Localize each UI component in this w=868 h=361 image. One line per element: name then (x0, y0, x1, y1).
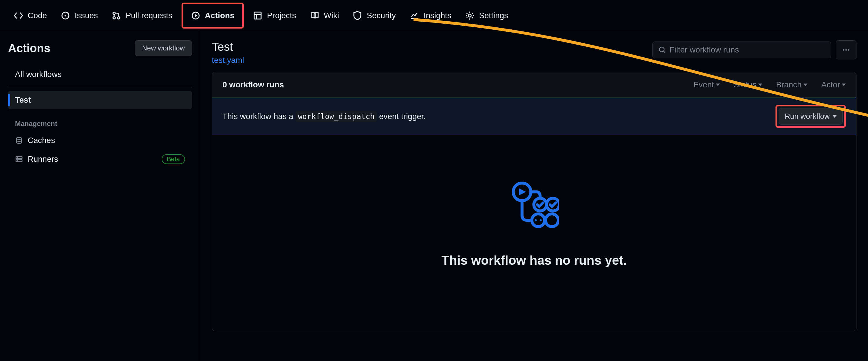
svg-point-24 (546, 214, 558, 227)
svg-point-7 (468, 14, 471, 17)
svg-point-11 (17, 157, 18, 158)
filter-runs-input[interactable] (670, 45, 825, 55)
sidebar-item-all-workflows[interactable]: All workflows (8, 65, 192, 84)
caret-down-icon (716, 83, 720, 86)
tab-wiki[interactable]: Wiki (306, 6, 344, 25)
workflow-title: Test (212, 40, 244, 53)
run-workflow-label: Run workflow (785, 112, 830, 121)
repo-topnav: Code Issues Pull requests Actions Projec… (0, 0, 868, 31)
runs-header: 0 workflow runs Event Status Branch (212, 72, 856, 98)
play-circle-icon (191, 11, 200, 20)
sidebar-title: Actions (8, 42, 51, 55)
kebab-horizontal-icon (842, 46, 850, 54)
tab-label: Insights (424, 11, 452, 20)
content: Test test.yaml 0 workflow runs Event (200, 31, 868, 361)
dispatch-prefix: This workflow has a (222, 112, 296, 121)
content-title-block: Test test.yaml (212, 40, 244, 65)
filter-label: Branch (776, 80, 802, 89)
project-icon (253, 11, 262, 20)
tab-label: Settings (479, 11, 508, 20)
runs-count: 0 workflow runs (222, 80, 284, 89)
tab-security[interactable]: Security (348, 6, 400, 25)
sidebar-item-label: Test (15, 95, 31, 105)
tab-insights[interactable]: Insights (405, 6, 456, 25)
book-icon (310, 11, 319, 20)
filter-actor[interactable]: Actor (821, 80, 846, 89)
svg-point-16 (845, 49, 847, 51)
svg-point-15 (843, 49, 844, 51)
caret-down-icon (833, 115, 837, 118)
runs-panel: 0 workflow runs Event Status Branch (212, 72, 857, 331)
server-icon (15, 155, 23, 163)
workflow-graphic-icon (510, 181, 559, 230)
caret-down-icon (758, 83, 762, 86)
sidebar-item-label: Caches (28, 136, 55, 145)
code-icon (14, 11, 23, 20)
shield-icon (353, 11, 362, 20)
tab-label: Security (367, 11, 396, 20)
tab-projects[interactable]: Projects (248, 6, 301, 25)
run-workflow-button[interactable]: Run workflow (779, 108, 843, 125)
dispatch-code: workflow_dispatch (296, 111, 377, 122)
tab-actions[interactable]: Actions (186, 6, 239, 25)
svg-point-14 (659, 47, 664, 52)
svg-point-3 (113, 17, 115, 19)
filter-label: Actor (821, 80, 840, 89)
sidebar-item-label: All workflows (15, 70, 62, 79)
graph-icon (410, 11, 419, 20)
sidebar-item-runners[interactable]: Runners Beta (8, 150, 192, 169)
main-layout: Actions New workflow All workflows Test … (0, 31, 868, 361)
caret-down-icon (803, 83, 807, 86)
sidebar-item-workflow-test[interactable]: Test (8, 91, 192, 109)
filter-branch[interactable]: Branch (776, 80, 807, 89)
tab-settings[interactable]: Settings (461, 6, 513, 25)
filter-group: Event Status Branch Actor (693, 80, 846, 89)
divider (8, 87, 192, 87)
sidebar-header: Actions New workflow (8, 40, 192, 56)
caret-down-icon (842, 83, 846, 86)
sidebar-workflow-list: All workflows Test (8, 65, 192, 109)
more-options-button[interactable] (836, 40, 857, 59)
tab-pull-requests[interactable]: Pull requests (107, 6, 177, 25)
tab-label: Projects (267, 11, 296, 20)
filter-label: Event (693, 80, 714, 89)
svg-rect-6 (254, 12, 261, 19)
tab-label: Issues (75, 11, 98, 20)
filter-label: Status (734, 80, 756, 89)
new-workflow-button[interactable]: New workflow (135, 40, 192, 56)
empty-state: This workflow has no runs yet. (212, 135, 856, 331)
sidebar-item-caches[interactable]: Caches (8, 131, 192, 150)
tab-issues[interactable]: Issues (56, 6, 102, 25)
filter-status[interactable]: Status (734, 80, 762, 89)
workflow-file-link[interactable]: test.yaml (212, 56, 244, 65)
gear-icon (465, 11, 474, 20)
filter-event[interactable]: Event (693, 80, 720, 89)
dispatch-text: This workflow has a workflow_dispatch ev… (222, 112, 426, 121)
dispatch-suffix: event trigger. (379, 112, 426, 121)
sidebar-section-management: Management (8, 116, 192, 131)
tab-label: Pull requests (126, 11, 172, 20)
dispatch-bar: This workflow has a workflow_dispatch ev… (212, 98, 856, 135)
sidebar-item-label: Runners (28, 155, 58, 164)
svg-point-8 (17, 138, 22, 140)
svg-point-23 (539, 219, 541, 221)
annotation-highlight-run-workflow: Run workflow (775, 105, 846, 128)
sidebar: Actions New workflow All workflows Test … (0, 31, 200, 361)
svg-point-22 (534, 219, 536, 221)
svg-point-4 (118, 17, 120, 19)
beta-badge: Beta (162, 154, 185, 164)
header-right (652, 40, 857, 59)
tab-label: Wiki (324, 11, 339, 20)
issue-icon (61, 11, 70, 20)
search-icon (658, 46, 666, 54)
filter-runs-search[interactable] (652, 41, 831, 58)
tab-label: Actions (205, 11, 235, 20)
pull-request-icon (112, 11, 121, 20)
tab-code[interactable]: Code (9, 6, 52, 25)
sidebar-management-list: Caches Runners Beta (8, 131, 192, 169)
svg-point-17 (848, 49, 849, 51)
database-icon (15, 137, 23, 145)
svg-point-2 (113, 12, 115, 14)
content-header: Test test.yaml (212, 40, 857, 65)
svg-point-1 (65, 15, 66, 17)
